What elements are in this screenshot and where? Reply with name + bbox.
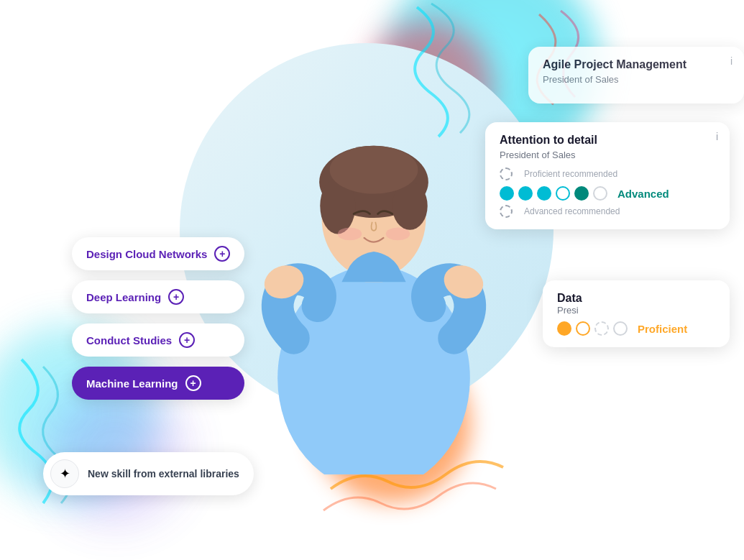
dot-4-outlined	[556, 186, 570, 201]
proficient-recommended-row: Proficient recommended	[500, 167, 715, 180]
advanced-recommended-text: Advanced recommended	[524, 206, 620, 216]
data-subtitle: Presi	[557, 305, 715, 316]
svg-point-6	[330, 146, 418, 194]
check-circle-proficient	[500, 167, 513, 180]
info-card-attention: i Attention to detail President of Sales…	[485, 122, 730, 229]
data-title: Data	[557, 292, 715, 305]
agile-title: Agile Project Management	[543, 58, 730, 71]
skill-cards-container: Design Cloud Networks + Deep Learning + …	[72, 237, 244, 400]
dot-3	[537, 186, 551, 201]
dot-2	[518, 186, 533, 201]
skill-card-conduct-studies[interactable]: Conduct Studies +	[72, 323, 244, 357]
add-icon-conduct-studies: +	[179, 332, 195, 348]
dot-amber-1	[557, 321, 571, 336]
check-circle-advanced	[500, 205, 513, 218]
attention-subtitle: President of Sales	[500, 150, 715, 160]
info-card-agile: i Agile Project Management President of …	[528, 47, 744, 104]
skill-card-deep-learning[interactable]: Deep Learning +	[72, 280, 244, 313]
add-icon-design-cloud: +	[214, 246, 230, 262]
dot-1	[500, 186, 514, 201]
info-icon-agile: i	[730, 55, 732, 67]
proficient-label: Proficient	[638, 323, 687, 335]
add-icon-machine-learning: +	[185, 375, 201, 391]
dot-6-empty	[593, 186, 607, 201]
advanced-label: Advanced	[617, 188, 669, 200]
dot-amber-2-outlined	[576, 321, 590, 336]
proficient-recommended-text: Proficient recommended	[524, 169, 617, 179]
svg-point-8	[386, 227, 410, 240]
skill-card-design-cloud[interactable]: Design Cloud Networks +	[72, 237, 244, 270]
proficient-dots	[557, 321, 628, 336]
advanced-recommended-row: Advanced recommended	[500, 205, 715, 218]
info-card-data: Data Presi Proficient	[543, 280, 730, 347]
info-icon-attention: i	[716, 131, 718, 142]
attention-title: Attention to detail	[500, 134, 715, 147]
agile-subtitle: President of Sales	[543, 74, 730, 85]
main-scene: Design Cloud Networks + Deep Learning + …	[0, 0, 744, 560]
new-skill-badge: ✦ New skill from external libraries	[43, 452, 254, 495]
dot-amber-3-dashed	[594, 321, 609, 336]
person-figure	[237, 58, 510, 474]
svg-point-7	[338, 227, 362, 240]
add-icon-deep-learning: +	[168, 289, 184, 305]
person-svg	[237, 58, 510, 474]
advanced-dots	[500, 186, 607, 201]
dot-amber-4-empty	[613, 321, 628, 336]
proficient-rating-row: Proficient	[557, 321, 715, 336]
sparkle-icon: ✦	[50, 459, 79, 488]
skill-card-machine-learning[interactable]: Machine Learning +	[72, 367, 244, 400]
dot-5	[574, 186, 589, 201]
advanced-rating-row: Advanced	[500, 186, 715, 201]
new-skill-text: New skill from external libraries	[88, 468, 239, 479]
